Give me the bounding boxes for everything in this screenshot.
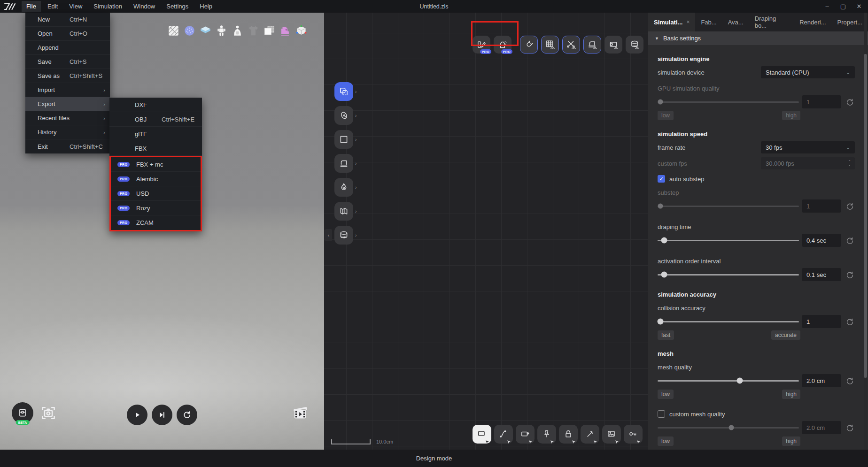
tab-close-icon[interactable]: ×	[686, 19, 690, 25]
minimize-button[interactable]: –	[821, 1, 833, 12]
viewport-2d-pattern[interactable]: PROPRO ››››››› 10.0cm › ‹	[324, 13, 648, 450]
basic-settings-header[interactable]: ▼ Basic settings	[648, 31, 868, 45]
key-tool[interactable]	[624, 425, 643, 444]
quad-mesh-pin-tool[interactable]	[541, 36, 559, 54]
pin-tool[interactable]	[537, 425, 556, 444]
close-button[interactable]: ✕	[853, 1, 865, 12]
reset-icon[interactable]	[846, 377, 854, 385]
tack-tool[interactable]	[581, 425, 599, 444]
submenu-chevron-icon[interactable]: ›	[355, 233, 356, 238]
spinner-arrows-icon[interactable]: ⌃⌄	[848, 161, 851, 166]
panel-scrollbar-thumb[interactable]	[864, 54, 867, 378]
activation-order-interval-slider-thumb[interactable]	[661, 272, 667, 278]
maximize-button[interactable]: ▢	[837, 1, 849, 12]
mesh-quality-slider-track[interactable]	[658, 380, 799, 382]
gpu-simulation-quality-slider-value[interactable]: 1	[802, 95, 841, 108]
sewing-machine-tool[interactable]	[334, 154, 353, 173]
play-button[interactable]	[127, 405, 147, 425]
file-menu-item-append[interactable]: Append	[25, 41, 110, 55]
custom-fps-input[interactable]: 30.000 fps⌃⌄	[761, 157, 855, 169]
lock-tool[interactable]	[559, 425, 578, 444]
sewing-machine-pink-toggle[interactable]	[279, 25, 291, 37]
gpu-simulation-quality-slider-track[interactable]	[658, 101, 799, 103]
menubar-item-help[interactable]: Help	[195, 1, 217, 12]
frame-rate-dropdown[interactable]: 30 fps⌄	[761, 141, 855, 153]
custom-mesh-quality-slider-thumb[interactable]	[728, 425, 734, 430]
menubar-item-simulation[interactable]: Simulation	[89, 1, 127, 12]
tshirt-toggle[interactable]	[248, 25, 259, 37]
reset-icon[interactable]	[846, 98, 854, 106]
measuring-tape-tool[interactable]	[334, 226, 353, 245]
menubar-item-view[interactable]: View	[64, 1, 87, 12]
expand-panel-chevron[interactable]: ›	[324, 229, 325, 241]
zipper-tool[interactable]	[334, 178, 353, 197]
reset-icon[interactable]	[846, 318, 854, 326]
panel-scrollbar[interactable]	[864, 13, 867, 450]
simulation-device-dropdown[interactable]: Standard (CPU)⌄	[761, 66, 855, 78]
reset-icon[interactable]	[846, 424, 854, 432]
file-menu-item-history[interactable]: History›	[25, 125, 110, 139]
submenu-chevron-icon[interactable]: ›	[355, 161, 356, 166]
export-item-fbx-mc[interactable]: PROFBX + mc	[111, 157, 201, 172]
substep-slider-value[interactable]: 1	[802, 199, 841, 213]
submenu-chevron-icon[interactable]: ›	[355, 137, 356, 142]
pattern-edit-tool[interactable]: PRO	[473, 36, 490, 54]
record-video-button[interactable]	[291, 405, 309, 422]
submenu-chevron-icon[interactable]: ›	[355, 113, 356, 118]
custom-mesh-quality-checkbox[interactable]	[658, 410, 665, 418]
menubar-item-window[interactable]: Window	[129, 1, 160, 12]
menubar-item-edit[interactable]: Edit	[43, 1, 62, 12]
scissors-pin-tool[interactable]	[562, 36, 580, 54]
submenu-chevron-icon[interactable]: ›	[355, 89, 356, 94]
reset-button[interactable]	[177, 405, 197, 425]
tab-ava[interactable]: Ava...	[722, 13, 749, 31]
file-menu-item-import[interactable]: Import›	[25, 83, 110, 97]
menubar-item-file[interactable]: File	[22, 1, 41, 12]
menubar-item-settings[interactable]: Settings	[162, 1, 193, 12]
rectangle-tool[interactable]	[334, 130, 353, 149]
collision-accuracy-slider-value[interactable]: 1	[802, 315, 841, 328]
mesh-square-toggle[interactable]	[168, 25, 179, 37]
pen-tool[interactable]	[334, 106, 353, 125]
edit-curve-tool[interactable]	[494, 425, 513, 444]
export-item-fbx[interactable]: FBX	[109, 141, 202, 156]
collapse-panel-chevron[interactable]: ‹	[325, 229, 332, 241]
submenu-chevron-icon[interactable]: ›	[355, 209, 356, 214]
measuring-tape-pin-tool[interactable]	[626, 36, 643, 54]
export-item-alembic[interactable]: PROAlembic	[111, 172, 201, 186]
gpu-simulation-quality-slider-thumb[interactable]	[658, 100, 663, 105]
transform-pattern-tool[interactable]	[334, 82, 353, 101]
step-forward-button[interactable]	[152, 405, 172, 425]
substep-slider-track[interactable]	[658, 206, 799, 207]
tab-renderi[interactable]: Renderi...	[794, 13, 831, 31]
pleats-tool[interactable]	[334, 202, 353, 221]
magnet-tool[interactable]	[520, 36, 538, 54]
activation-order-interval-slider-track[interactable]	[658, 274, 799, 276]
sewing-machine-pin-tool[interactable]	[583, 36, 601, 54]
select-box-tool[interactable]	[473, 425, 491, 444]
export-item-zcam[interactable]: PROZCAM	[111, 215, 201, 230]
snapshot-beta-button[interactable]: BETA	[12, 402, 33, 424]
export-item-gltf[interactable]: glTF	[109, 127, 202, 141]
file-menu-item-new[interactable]: NewCtrl+N	[25, 13, 110, 27]
tab-drapingbo[interactable]: Draping bo...	[749, 13, 794, 31]
submenu-chevron-icon[interactable]: ›	[355, 185, 356, 190]
avatar-person-toggle[interactable]	[232, 25, 243, 37]
draping-time-slider-value[interactable]: 0.4 sec	[802, 234, 841, 247]
particle-sphere-toggle[interactable]	[184, 25, 195, 37]
draping-time-slider-track[interactable]	[658, 240, 799, 241]
reset-icon[interactable]	[846, 202, 854, 210]
mesh-quality-slider-value[interactable]: 2.0 cm	[802, 374, 841, 387]
mannequin-parts-toggle[interactable]	[216, 25, 227, 37]
reset-icon[interactable]	[846, 271, 854, 279]
export-item-usd[interactable]: PROUSD	[111, 186, 201, 201]
reset-icon[interactable]	[846, 237, 854, 245]
file-menu-item-open[interactable]: OpenCtrl+O	[25, 27, 110, 41]
tab-fab[interactable]: Fab...	[695, 13, 722, 31]
export-item-rozy[interactable]: PRORozy	[111, 201, 201, 215]
substep-slider-thumb[interactable]	[658, 204, 663, 209]
collision-accuracy-slider-track[interactable]	[658, 321, 799, 322]
fabric-layers-toggle[interactable]	[200, 25, 211, 37]
file-menu-item-save-as[interactable]: Save asCtrl+Shift+S	[25, 69, 110, 83]
arrange-tool[interactable]	[516, 425, 535, 444]
